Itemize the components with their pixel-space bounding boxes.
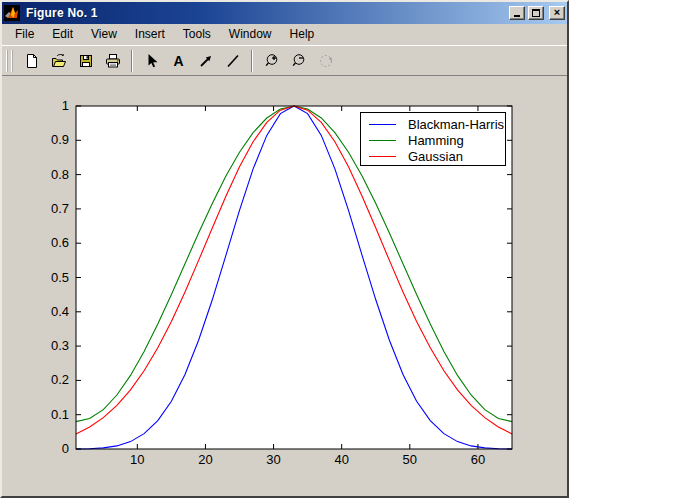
zoom-out-button[interactable] bbox=[286, 49, 311, 73]
print-button[interactable] bbox=[100, 49, 125, 73]
legend-label: Gaussian bbox=[408, 149, 463, 164]
y-tick-label: 0.4 bbox=[51, 304, 69, 319]
zoom-out-icon bbox=[291, 53, 307, 69]
legend-line-gaussian bbox=[369, 156, 396, 157]
pointer-icon bbox=[144, 53, 160, 69]
toolbar-separator bbox=[251, 50, 253, 72]
figure-area: 10203040506000.10.20.30.40.50.60.70.80.9… bbox=[2, 76, 567, 496]
y-tick-label: 0.2 bbox=[51, 372, 69, 387]
close-button[interactable]: × bbox=[549, 6, 565, 20]
zoom-in-icon bbox=[264, 53, 280, 69]
matlab-logo-icon bbox=[4, 5, 20, 21]
text-icon: A bbox=[173, 54, 183, 68]
text-tool-button[interactable]: A bbox=[166, 49, 191, 73]
y-tick-label: 1 bbox=[62, 98, 69, 113]
save-figure-button[interactable] bbox=[73, 49, 98, 73]
legend-line-hamming bbox=[369, 140, 396, 141]
legend-label: Blackman-Harris bbox=[408, 117, 504, 132]
menu-item-window[interactable]: Window bbox=[220, 25, 281, 44]
screen: Figure No. 1 × File Edit View Insert Too… bbox=[0, 0, 673, 501]
menu-item-file[interactable]: File bbox=[6, 25, 43, 44]
x-tick-label: 20 bbox=[198, 452, 212, 467]
x-tick-label: 10 bbox=[130, 452, 144, 467]
rotate-3d-icon bbox=[318, 53, 334, 69]
line-icon bbox=[225, 53, 241, 69]
y-tick-label: 0.8 bbox=[51, 167, 69, 182]
toolbar-separator bbox=[131, 50, 133, 72]
line-tool-button[interactable] bbox=[220, 49, 245, 73]
menu-item-insert[interactable]: Insert bbox=[126, 25, 174, 44]
ne-arrow-icon bbox=[198, 53, 214, 69]
x-tick-label: 60 bbox=[471, 452, 485, 467]
open-folder-icon bbox=[51, 53, 67, 69]
titlebar: Figure No. 1 × bbox=[2, 2, 567, 24]
y-tick-label: 0.3 bbox=[51, 338, 69, 353]
y-tick-label: 0.1 bbox=[51, 407, 69, 422]
menu-item-view[interactable]: View bbox=[82, 25, 126, 44]
legend-entry: Blackman-Harris bbox=[361, 116, 505, 132]
menu-item-help[interactable]: Help bbox=[281, 25, 324, 44]
figure-window: Figure No. 1 × File Edit View Insert Too… bbox=[0, 0, 569, 498]
print-icon bbox=[105, 53, 121, 69]
rotate3d-button[interactable] bbox=[313, 49, 338, 73]
minimize-icon bbox=[514, 9, 520, 17]
window-title: Figure No. 1 bbox=[23, 6, 506, 20]
x-tick-label: 30 bbox=[266, 452, 280, 467]
menu-item-edit[interactable]: Edit bbox=[43, 25, 82, 44]
save-icon bbox=[78, 53, 94, 69]
toolbar-gripper[interactable] bbox=[6, 50, 13, 72]
menu-item-tools[interactable]: Tools bbox=[174, 25, 220, 44]
x-tick-label: 40 bbox=[334, 452, 348, 467]
arrow-tool-button[interactable] bbox=[193, 49, 218, 73]
legend-entry: Gaussian bbox=[361, 148, 505, 164]
open-file-button[interactable] bbox=[46, 49, 71, 73]
close-icon: × bbox=[554, 7, 560, 17]
legend-entry: Hamming bbox=[361, 132, 505, 148]
y-tick-label: 0.7 bbox=[51, 201, 69, 216]
y-tick-label: 0.6 bbox=[51, 235, 69, 250]
x-tick-label: 50 bbox=[403, 452, 417, 467]
toolbar: A bbox=[2, 45, 567, 76]
maximize-button[interactable] bbox=[528, 6, 544, 20]
legend[interactable]: Blackman-Harris Hamming Gaussian bbox=[360, 112, 506, 166]
legend-label: Hamming bbox=[408, 133, 464, 148]
maximize-icon bbox=[532, 9, 540, 17]
y-tick-label: 0.9 bbox=[51, 132, 69, 147]
menubar: File Edit View Insert Tools Window Help bbox=[2, 24, 567, 45]
y-tick-label: 0 bbox=[62, 441, 69, 456]
zoom-in-button[interactable] bbox=[259, 49, 284, 73]
minimize-button[interactable] bbox=[509, 6, 525, 20]
legend-line-blackman-harris bbox=[369, 124, 396, 125]
y-tick-label: 0.5 bbox=[51, 270, 69, 285]
new-document-icon bbox=[24, 53, 40, 69]
pointer-tool-button[interactable] bbox=[139, 49, 164, 73]
new-figure-button[interactable] bbox=[19, 49, 44, 73]
